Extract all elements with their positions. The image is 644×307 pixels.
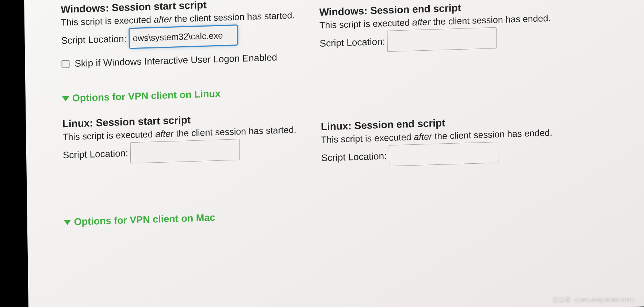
vpn-linux-toggle-label: Options for VPN client on Linux — [72, 88, 221, 104]
vpn-mac-toggle[interactable]: Options for VPN client on Mac — [64, 212, 215, 228]
linux-start-script-input[interactable] — [130, 139, 240, 163]
skip-logon-line[interactable]: Skip if Windows Interactive User Logon E… — [61, 51, 302, 70]
linux-row: Linux: Session start script This script … — [62, 98, 644, 177]
windows-start-desc-b: the client session has started. — [172, 10, 295, 24]
chevron-down-icon — [64, 219, 71, 225]
linux-end-loc-label: Script Location: — [321, 150, 387, 164]
windows-start-block: Windows: Session start script This scrip… — [61, 0, 302, 70]
linux-start-desc-after: after — [155, 128, 173, 139]
linux-end-script-input[interactable] — [389, 142, 499, 166]
linux-start-desc-a: This script is executed — [62, 129, 156, 142]
linux-end-loc-line: Script Location: — [321, 140, 555, 168]
linux-end-desc-b: the client session has ended. — [432, 127, 552, 141]
windows-end-desc-after: after — [412, 16, 430, 27]
windows-start-script-input[interactable] — [129, 24, 238, 49]
windows-end-script-input[interactable] — [387, 27, 497, 52]
linux-end-block: Linux: Session end script This script is… — [321, 113, 555, 168]
linux-end-desc-after: after — [414, 131, 432, 142]
windows-start-desc-a: This script is executed — [61, 14, 154, 27]
windows-end-block: Windows: Session end script This script … — [319, 0, 553, 62]
vpn-linux-toggle[interactable]: Options for VPN client on Linux — [62, 88, 221, 105]
vpn-mac-toggle-label: Options for VPN client on Mac — [74, 212, 215, 228]
windows-end-loc-line: Script Location: — [319, 26, 553, 54]
skip-logon-checkbox[interactable] — [61, 60, 69, 68]
windows-start-desc-after: after — [154, 14, 172, 25]
windows-end-desc-a: This script is executed — [319, 17, 413, 30]
linux-end-desc-a: This script is executed — [321, 132, 414, 145]
source-watermark: 安全客（www.anquanke.com） — [553, 296, 638, 304]
windows-end-desc-b: the client session has ended. — [430, 13, 551, 27]
skip-logon-label: Skip if Windows Interactive User Logon E… — [74, 52, 277, 69]
linux-start-loc-label: Script Location: — [63, 147, 129, 161]
windows-row: Windows: Session start script This scrip… — [61, 0, 644, 70]
chevron-down-icon — [62, 96, 69, 101]
linux-start-block: Linux: Session start script This script … — [62, 110, 304, 177]
windows-start-loc-label: Script Location: — [61, 33, 127, 46]
linux-start-desc-b: the client session has started. — [173, 124, 296, 139]
linux-start-loc-line: Script Location: — [63, 137, 304, 166]
windows-start-loc-line: Script Location: — [61, 23, 302, 51]
windows-end-loc-label: Script Location: — [319, 36, 385, 49]
